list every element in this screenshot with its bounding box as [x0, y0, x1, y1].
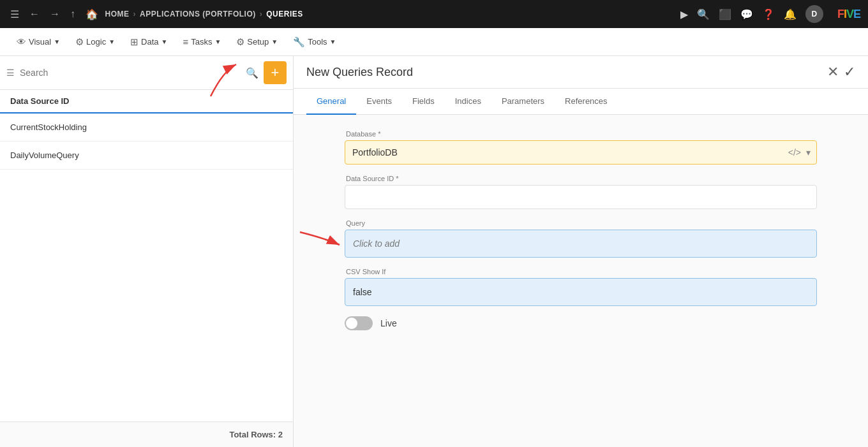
tab-indices[interactable]: Indices: [445, 89, 491, 115]
confirm-button[interactable]: ✓: [844, 64, 855, 80]
live-row: Live: [345, 316, 817, 330]
home-icon: 🏠: [83, 6, 101, 23]
record-header: New Queries Record ✕ ✓: [294, 56, 868, 89]
search-bar: ☰ 🔍 +: [0, 56, 293, 90]
search-icon[interactable]: 🔍: [246, 67, 258, 79]
stop-icon[interactable]: ⬛: [719, 8, 731, 20]
table-column-header: Data Source ID: [0, 90, 293, 114]
up-icon[interactable]: ↑: [68, 6, 78, 22]
table-row[interactable]: CurrentStockHolding: [0, 114, 293, 142]
tab-general[interactable]: General: [306, 89, 356, 115]
tabs: General Events Fields Indices Parameters…: [294, 89, 868, 115]
data-dropdown-icon: ▼: [161, 38, 168, 45]
breadcrumb-home[interactable]: HOME: [105, 10, 130, 18]
nav-logic[interactable]: ⚙ Logic ▼: [69, 33, 121, 52]
query-placeholder: Click to add: [353, 238, 400, 249]
search-input[interactable]: [20, 68, 241, 78]
main-layout: ☰ 🔍 + Data Source ID CurrentStockHolding: [0, 56, 868, 447]
second-nav-bar: 👁 Visual ▼ ⚙ Logic ▼ ⊞ Data ▼ ≡ Tasks ▼ …: [0, 28, 868, 56]
live-toggle[interactable]: [345, 316, 373, 330]
nav-tasks[interactable]: ≡ Tasks ▼: [176, 33, 227, 51]
tab-fields[interactable]: Fields: [402, 89, 445, 115]
hamburger-icon[interactable]: ☰: [8, 6, 22, 23]
query-label: Query: [345, 219, 817, 227]
nav-data[interactable]: ⊞ Data ▼: [124, 33, 174, 52]
database-field: Database * PortfolioDB </> ▾: [345, 130, 817, 165]
query-field: Query Click to add: [345, 219, 817, 258]
csv-show-if-label: CSV Show If: [345, 268, 817, 275]
visual-dropdown-icon: ▼: [54, 38, 60, 45]
data-source-id-input[interactable]: [345, 185, 817, 209]
avatar[interactable]: D: [805, 5, 823, 23]
right-panel: New Queries Record ✕ ✓ General Events Fi…: [294, 56, 868, 447]
tab-parameters[interactable]: Parameters: [491, 89, 555, 115]
database-input[interactable]: [345, 140, 817, 165]
query-arrow-svg: [294, 226, 345, 258]
logic-icon: ⚙: [75, 36, 84, 48]
table-rows: CurrentStockHolding DailyVolumeQuery: [0, 114, 293, 421]
setup-icon: ⚙: [236, 36, 244, 48]
query-arrow-annotation: [294, 226, 345, 260]
breadcrumb-queries: QUERIES: [266, 10, 303, 18]
csv-show-if-field: CSV Show If false: [345, 268, 817, 306]
tab-events[interactable]: Events: [356, 89, 402, 115]
breadcrumb-sep-1: ›: [133, 10, 137, 18]
query-input[interactable]: Click to add: [345, 230, 817, 258]
close-button[interactable]: ✕: [827, 64, 839, 80]
play-icon[interactable]: ▶: [680, 8, 688, 20]
logic-dropdown-icon: ▼: [108, 38, 115, 45]
search-circle-icon[interactable]: 🔍: [697, 8, 710, 20]
nav-visual[interactable]: 👁 Visual ▼: [10, 33, 66, 51]
add-button[interactable]: +: [264, 61, 287, 84]
database-label: Database *: [345, 130, 817, 138]
tab-references[interactable]: References: [555, 89, 617, 115]
toggle-slider: [345, 316, 373, 330]
tasks-dropdown-icon: ▼: [214, 38, 221, 45]
bell-icon[interactable]: 🔔: [784, 8, 797, 20]
record-actions: ✕ ✓: [827, 64, 855, 80]
table-row[interactable]: DailyVolumeQuery: [0, 142, 293, 170]
data-icon: ⊞: [130, 36, 138, 48]
tasks-icon: ≡: [183, 36, 188, 47]
breadcrumb: 🏠 HOME › APPLICATIONS (PORTFOLIO) › QUER…: [83, 6, 675, 23]
tools-dropdown-icon: ▼: [330, 38, 336, 45]
csv-show-if-input[interactable]: false: [345, 278, 817, 306]
back-icon[interactable]: ←: [27, 6, 42, 22]
form-area: Database * PortfolioDB </> ▾ Data Source…: [294, 115, 868, 447]
record-title: New Queries Record: [306, 66, 827, 79]
table-footer: Total Rows: 2: [0, 421, 293, 447]
top-nav-right: ▶ 🔍 ⬛ 💬 ❓ 🔔 D FIVE: [680, 5, 860, 23]
five-logo: FIVE: [837, 8, 860, 21]
database-value-display: PortfolioDB: [352, 147, 398, 158]
database-field-wrapper: PortfolioDB </> ▾: [345, 140, 817, 165]
left-panel: ☰ 🔍 + Data Source ID CurrentStockHolding: [0, 56, 294, 447]
setup-dropdown-icon: ▼: [271, 38, 278, 45]
database-icons: </> ▾: [788, 147, 811, 158]
nav-setup[interactable]: ⚙ Setup ▼: [230, 33, 284, 52]
breadcrumb-portfolio[interactable]: APPLICATIONS (PORTFOLIO): [140, 10, 256, 18]
chat-icon[interactable]: 💬: [740, 8, 753, 20]
top-nav-bar: ☰ ← → ↑ 🏠 HOME › APPLICATIONS (PORTFOLIO…: [0, 0, 868, 28]
filter-icon: ☰: [6, 68, 15, 78]
data-source-id-field: Data Source ID *: [345, 175, 817, 209]
visual-icon: 👁: [17, 36, 26, 47]
chevron-down-icon[interactable]: ▾: [806, 147, 811, 158]
live-label: Live: [380, 318, 397, 328]
breadcrumb-sep-2: ›: [260, 10, 263, 18]
forward-icon[interactable]: →: [47, 6, 63, 22]
help-icon[interactable]: ❓: [762, 8, 775, 20]
nav-tools[interactable]: 🔧 Tools ▼: [287, 33, 342, 52]
data-source-id-label: Data Source ID *: [345, 175, 817, 182]
tools-icon: 🔧: [293, 36, 305, 48]
code-icon[interactable]: </>: [788, 147, 801, 158]
